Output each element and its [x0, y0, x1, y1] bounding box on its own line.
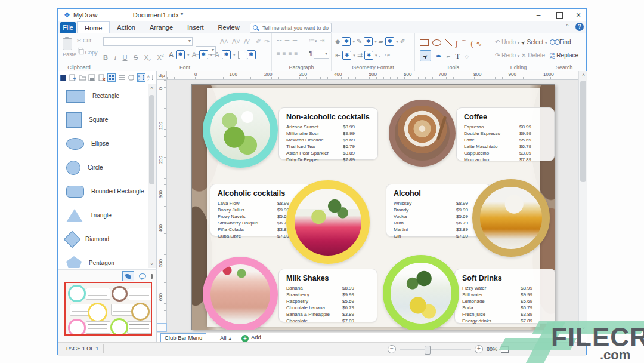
geometry-eyedropper-icon[interactable]: ✐	[400, 38, 405, 45]
pen-tool-icon[interactable]: ✒	[436, 52, 442, 60]
find-button[interactable]: Find	[550, 39, 571, 45]
shape-shadow-icon[interactable]: ▰	[379, 38, 383, 45]
list-view-icon[interactable]	[117, 73, 125, 82]
italic-button[interactable]: I	[114, 54, 116, 61]
fill-icon[interactable]: ◆	[335, 38, 340, 45]
fit-page-icon[interactable]	[501, 346, 509, 353]
freehand-tool-icon[interactable]: ∿	[476, 39, 482, 48]
stroke-brush-icon[interactable]: ✎	[357, 38, 362, 45]
polyline-tool-icon[interactable]: ∫	[456, 39, 457, 48]
vertical-scrollbar[interactable]: ˄ ˅	[578, 71, 587, 332]
corner-rounding-icon[interactable]: ⌐	[379, 52, 382, 59]
lasso-tool-icon[interactable]: ◌	[465, 53, 469, 60]
line-tool-icon[interactable]	[445, 39, 452, 46]
fill-gear-icon[interactable]: ✱	[342, 37, 351, 46]
text-shadow-gear-icon[interactable]: ✱	[222, 50, 231, 59]
strikethrough-button[interactable]: S	[134, 54, 138, 61]
maximize-button[interactable]	[552, 10, 567, 20]
text-effects-gear-icon[interactable]: ✱	[247, 50, 256, 59]
shape-item-circle[interactable]: Circle	[58, 156, 147, 180]
text-shadow-icon[interactable]: A	[215, 51, 219, 59]
zoom-slider-thumb[interactable]	[425, 346, 431, 355]
add-page-button[interactable]: +Add	[242, 334, 261, 342]
rectangle-tool-icon[interactable]	[420, 39, 429, 46]
vertical-align-buttons[interactable]: ⚍⚌⚎	[277, 37, 300, 44]
shape-item-pentagon[interactable]: Pentagon	[58, 251, 147, 268]
subscript-button[interactable]: X2	[144, 54, 151, 62]
pilcrow-button[interactable]: ¶	[309, 50, 312, 57]
scroll-up-icon[interactable]: ˄	[148, 84, 156, 92]
stroke-gear-icon[interactable]: ✱	[364, 37, 373, 46]
tab-home[interactable]: Home	[77, 21, 110, 33]
format-painter-icon[interactable]: ✑	[264, 38, 270, 45]
font-fill-gear-icon[interactable]: ✱	[176, 50, 185, 59]
close-button[interactable]: ×	[571, 10, 586, 20]
grow-font-button[interactable]: A˄	[220, 38, 228, 45]
clear-formatting-button[interactable]: A⁄	[244, 38, 249, 45]
redo-button[interactable]: ↷ Redo ▾	[495, 52, 519, 59]
menu-section-non-alcoholic-cocktails[interactable]: Non-alcoholic cocktailsArizona Sunset$8.…	[278, 107, 378, 160]
shape-item-ellipse[interactable]: Ellipse	[58, 132, 147, 156]
sort-az-expand-icon[interactable]: AZ	[137, 73, 145, 82]
arc-tool-icon[interactable]: ⌒	[460, 39, 467, 49]
icons-view-icon[interactable]	[128, 73, 135, 82]
tab-review[interactable]: Review	[211, 21, 247, 33]
end-arrow-icon[interactable]: ⇉	[357, 51, 363, 59]
font-family-select[interactable]	[103, 37, 193, 46]
drawing-viewport[interactable]: Non-alcoholic cocktailsArizona Sunset$8.…	[167, 80, 578, 332]
shadow-gear-icon[interactable]: ✱	[385, 37, 394, 46]
superscript-button[interactable]: X2	[157, 53, 163, 61]
library-book-icon[interactable]	[59, 73, 67, 82]
delete-button[interactable]: ✕ Delete	[521, 52, 545, 59]
thumbnails-view-icon[interactable]	[107, 73, 116, 82]
curve-tool-icon[interactable]: (	[470, 39, 473, 48]
shape-item-triangle[interactable]: Triangle	[58, 204, 147, 227]
undo-button[interactable]: ↶ Undo ▾	[495, 39, 519, 45]
menu-section-coffee[interactable]: CoffeeEspresso$8.99Double Espresso$9.99L…	[456, 107, 555, 161]
tab-action[interactable]: Action	[110, 21, 143, 33]
brandy-photo-circle[interactable]	[472, 179, 550, 257]
collapse-ribbon-icon[interactable]: ^	[566, 23, 569, 30]
search-input[interactable]	[261, 23, 330, 32]
tab-file[interactable]: File	[60, 22, 76, 33]
underline-button[interactable]: U	[123, 54, 128, 61]
coffee-photo-circle[interactable]	[389, 100, 456, 167]
berry-photo-circle[interactable]	[286, 180, 370, 264]
minimize-button[interactable]: –	[531, 10, 546, 20]
sort-az-icon[interactable]: AZ	[147, 73, 156, 82]
bold-button[interactable]: B	[103, 54, 108, 61]
tab-arrange[interactable]: Arrange	[143, 21, 180, 33]
save-library-icon[interactable]	[88, 73, 96, 82]
begin-arrow-icon[interactable]: ⇤	[335, 51, 340, 59]
font-color-icon[interactable]: A	[169, 51, 174, 59]
shape-item-rectangle[interactable]: Rectangle	[58, 84, 147, 108]
help-button[interactable]: ?	[575, 23, 584, 31]
text-stroke-gear-icon[interactable]: ✱	[199, 50, 208, 59]
scroll-up-icon[interactable]: ˄	[579, 71, 588, 79]
menu-page[interactable]: Non-alcoholic cocktailsArizona Sunset$8.…	[191, 84, 555, 330]
menu-section-soft-drinks[interactable]: Soft DrinksFizzy water$8.99Still water$9…	[454, 269, 555, 324]
copy-button[interactable]: Copy	[77, 47, 98, 56]
text-outline-icon[interactable]: A	[192, 51, 197, 59]
pages-view-button[interactable]	[122, 271, 134, 281]
text-tool-icon[interactable]: T	[456, 51, 460, 61]
text-direction-select[interactable]	[314, 50, 329, 59]
lemon-photo-circle[interactable]	[383, 255, 459, 330]
page-thumbnail[interactable]	[64, 282, 152, 336]
shape-item-square[interactable]: Square	[58, 108, 147, 132]
zoom-out-icon[interactable]: −	[388, 345, 396, 353]
shape-item-rounded-rectangle[interactable]: Rounded Rectangle	[58, 180, 147, 204]
end-arrow-gear-icon[interactable]: ✱	[364, 51, 373, 60]
comments-view-button[interactable]	[137, 271, 148, 281]
align-buttons[interactable]: ≡≡≡≡	[277, 50, 300, 57]
geometry-painter-icon[interactable]: ✑	[385, 51, 390, 59]
lime-photo-circle[interactable]	[203, 93, 278, 168]
remove-library-icon[interactable]	[98, 73, 106, 82]
select-button[interactable]: ➤ Select ▾	[521, 39, 547, 45]
zoom-slider[interactable]	[400, 349, 471, 350]
new-library-icon[interactable]	[69, 73, 76, 82]
connector-tool-icon[interactable]: ⌐	[447, 53, 450, 60]
paste-button[interactable]: Paste	[63, 38, 76, 57]
open-library-icon[interactable]	[79, 73, 86, 82]
shapes-scrollbar[interactable]: ˄ ˅	[148, 84, 156, 268]
